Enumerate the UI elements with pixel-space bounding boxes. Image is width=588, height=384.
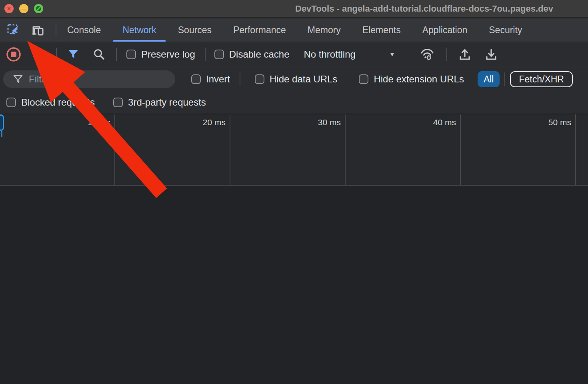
network-filter-row-2: Blocked requests 3rd-party requests bbox=[0, 91, 588, 114]
requests-panel: Recording network activity… Perform a re… bbox=[0, 186, 588, 384]
zoom-window-button[interactable] bbox=[34, 4, 43, 13]
record-stop-icon bbox=[6, 46, 22, 62]
filter-toggle-button[interactable] bbox=[67, 48, 79, 60]
third-party-requests-label[interactable]: 3rd-party requests bbox=[128, 97, 206, 108]
divider bbox=[56, 48, 57, 61]
export-har-button[interactable] bbox=[485, 48, 498, 61]
chevron-down-icon[interactable]: ▼ bbox=[389, 51, 395, 58]
filter-input-container[interactable] bbox=[3, 70, 175, 88]
timeline-tick: 20 ms bbox=[115, 114, 230, 185]
filter-funnel-outline-icon bbox=[13, 74, 23, 84]
invert-filter-label[interactable]: Invert bbox=[206, 74, 230, 85]
tab-performance[interactable]: Performance bbox=[222, 18, 297, 42]
divider bbox=[240, 72, 240, 86]
devtools-tabbar: Console Network Sources Performance Memo… bbox=[0, 18, 588, 42]
hide-data-urls-checkbox[interactable] bbox=[255, 74, 264, 84]
throttling-select[interactable]: No throttling bbox=[304, 49, 355, 60]
divider bbox=[446, 48, 447, 61]
search-network-button[interactable] bbox=[93, 48, 106, 61]
window-title: DevTools - angela-add-tutorial.cloudflar… bbox=[295, 4, 553, 14]
upload-icon bbox=[458, 48, 471, 61]
network-toolbar: Preserve log Disable cache No throttling… bbox=[0, 42, 588, 67]
inspect-element-button[interactable] bbox=[7, 24, 20, 36]
timeline-tick: 30 ms bbox=[230, 114, 346, 185]
record-network-log-button[interactable] bbox=[6, 46, 22, 62]
network-overview-timeline[interactable]: 10 ms 20 ms 30 ms 40 ms 50 ms bbox=[0, 114, 588, 186]
hide-data-urls-label[interactable]: Hide data URLs bbox=[270, 74, 337, 85]
preserve-log-checkbox[interactable] bbox=[126, 50, 136, 59]
divider bbox=[205, 48, 206, 61]
zoom-icon bbox=[36, 6, 41, 11]
timeline-tick-spacer bbox=[576, 114, 588, 185]
divider bbox=[116, 48, 117, 61]
tab-sources[interactable]: Sources bbox=[167, 18, 222, 42]
overview-range-handle[interactable] bbox=[0, 114, 4, 131]
tab-application[interactable]: Application bbox=[412, 18, 478, 42]
tab-console[interactable]: Console bbox=[56, 18, 112, 42]
close-window-button[interactable]: ✕ bbox=[4, 4, 14, 13]
request-type-chip-fetch-xhr[interactable]: Fetch/XHR bbox=[510, 71, 572, 87]
tab-network[interactable]: Network bbox=[112, 18, 167, 42]
overview-range-handle-stem bbox=[1, 131, 2, 137]
import-har-button[interactable] bbox=[458, 48, 471, 61]
network-filter-row: Invert Hide data URLs Hide extension URL… bbox=[0, 67, 588, 91]
preserve-log-label[interactable]: Preserve log bbox=[141, 49, 195, 60]
hide-extension-urls-label[interactable]: Hide extension URLs bbox=[374, 74, 464, 85]
clear-network-log-button[interactable] bbox=[32, 48, 45, 61]
filter-input[interactable] bbox=[29, 74, 169, 85]
third-party-requests-checkbox[interactable] bbox=[113, 98, 123, 107]
window-titlebar: ✕ — DevTools - angela-add-tutorial.cloud… bbox=[0, 0, 588, 18]
network-conditions-button[interactable] bbox=[420, 48, 434, 61]
request-type-chip-all[interactable]: All bbox=[478, 71, 500, 87]
timeline-tick: 50 ms bbox=[461, 114, 576, 185]
inspect-cursor-icon bbox=[7, 24, 20, 36]
tab-security[interactable]: Security bbox=[478, 18, 533, 42]
timeline-tick: 10 ms bbox=[0, 114, 115, 185]
invert-filter-checkbox[interactable] bbox=[191, 74, 201, 84]
disable-cache-checkbox[interactable] bbox=[214, 50, 224, 59]
device-toolbar-icon bbox=[31, 24, 45, 36]
download-icon bbox=[485, 48, 498, 61]
minimize-window-button[interactable]: — bbox=[19, 4, 28, 13]
hide-extension-urls-checkbox[interactable] bbox=[359, 74, 368, 84]
toggle-device-toolbar-button[interactable] bbox=[31, 24, 45, 36]
filter-funnel-icon bbox=[67, 48, 79, 60]
timeline-tick: 40 ms bbox=[346, 114, 461, 185]
search-icon bbox=[93, 48, 106, 61]
tab-elements[interactable]: Elements bbox=[352, 18, 412, 42]
disable-cache-label[interactable]: Disable cache bbox=[229, 49, 290, 60]
blocked-requests-label[interactable]: Blocked requests bbox=[21, 97, 95, 108]
blocked-requests-checkbox[interactable] bbox=[6, 98, 16, 107]
clear-icon bbox=[32, 48, 45, 61]
tab-memory[interactable]: Memory bbox=[297, 18, 352, 42]
network-conditions-icon bbox=[420, 48, 434, 61]
divider bbox=[504, 72, 505, 86]
